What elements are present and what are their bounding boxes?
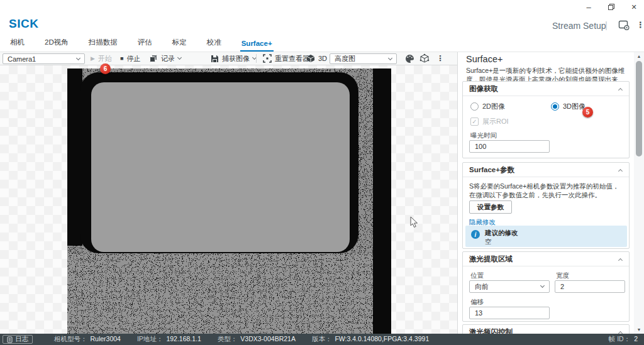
scroll-down-arrow[interactable]: ▼ <box>634 326 644 334</box>
tab-scan-data[interactable]: 扫描数据 <box>87 38 119 52</box>
reset-viewer-icon <box>263 54 272 63</box>
status-camera-model: 相机型号： Ruler3004 <box>54 335 121 344</box>
position-value: 向前 <box>475 282 541 292</box>
display-mode-value: 高度图 <box>335 54 389 63</box>
collapse-icon <box>618 169 623 173</box>
header-more-menu-icon[interactable]: ⋮ <box>636 20 644 30</box>
card-laser-strobe: 激光频闪控制 <box>462 324 630 334</box>
capture-image-button[interactable]: 捕获图像 <box>209 52 258 65</box>
status-version: 版本： FW:3.4.0.14080,FPGA:3.4.3991 <box>312 335 429 344</box>
3d-view-button[interactable]: 3D <box>304 52 329 65</box>
header-divider: | <box>605 19 608 30</box>
status-type-value: V3DX3-004BR21A <box>240 335 296 344</box>
device-settings-icon[interactable] <box>618 20 630 32</box>
collapse-icon <box>618 258 623 263</box>
minimize-button[interactable]: – <box>580 1 597 13</box>
card-surface-params-title: Surface+参数 <box>469 165 514 175</box>
scrollbar-thumb[interactable] <box>636 61 642 156</box>
start-button[interactable]: ▶ 开始 <box>89 52 114 65</box>
info-icon: i <box>471 230 480 239</box>
toolbar-divider <box>256 54 257 63</box>
checkbox-check-icon: ✓ <box>470 118 479 126</box>
status-type-label: 类型： <box>218 335 238 344</box>
stop-button[interactable]: ■ 停止 <box>118 52 142 65</box>
tab-calibration[interactable]: 标定 <box>171 38 188 52</box>
show-roi-label: 展示ROI <box>482 117 509 126</box>
card-laser-region-header[interactable]: 激光提取区域 <box>463 252 629 266</box>
log-button[interactable]: 日志 <box>3 335 33 344</box>
radio-3d-image[interactable]: 3D图像 <box>551 102 586 111</box>
show-roi-checkbox[interactable]: ✓ 展示ROI <box>470 117 509 126</box>
image-viewer <box>0 65 457 334</box>
card-laser-region-title: 激光提取区域 <box>469 255 513 264</box>
stop-icon: ■ <box>120 55 123 62</box>
reset-viewer-button[interactable]: 重置查看器 <box>261 52 311 65</box>
collapse-icon <box>618 88 623 92</box>
step-badge-start: 6 <box>100 63 111 74</box>
card-image-acquisition-title: 图像获取 <box>469 84 498 94</box>
card-image-acquisition: 图像获取 2D图像 3D图像 ✓ 展示ROI 曝光时间 100 <box>462 81 630 158</box>
scan-image[interactable] <box>67 68 391 334</box>
status-ip-address: IP地址： 192.168.1.1 <box>137 335 201 344</box>
card-laser-strobe-header[interactable]: 激光频闪控制 <box>463 325 629 334</box>
status-version-label: 版本： <box>312 335 332 344</box>
suggested-changes-infobox: i 建议的修改 空 <box>465 226 627 247</box>
step-badge-start-number: 6 <box>104 65 108 72</box>
maximize-button[interactable] <box>602 1 620 13</box>
restore-icon <box>608 3 615 11</box>
set-parameters-label: 设置参数 <box>477 203 504 212</box>
surface-params-description: S将必要的Surface+相机参数设置为推荐的初始值，在微调以下参数值之前，先执… <box>469 182 624 199</box>
display-mode-select[interactable]: 高度图 <box>330 53 397 64</box>
chevron-down-icon <box>177 55 182 60</box>
step-badge-3d-image: 5 <box>582 107 593 118</box>
width-input[interactable]: 2 <box>555 280 625 293</box>
tab-camera[interactable]: 相机 <box>9 38 26 52</box>
record-button[interactable]: 记录 <box>147 52 183 65</box>
stream-setup-window: – ✕ SICK Stream Setup | ⋮ 相机 2D视角 扫描数据 评… <box>0 0 644 345</box>
tab-surface-plus[interactable]: Surface+ <box>240 40 274 52</box>
palette-icon <box>405 54 414 63</box>
axis-box-icon <box>419 53 430 63</box>
save-icon <box>211 55 219 63</box>
position-select[interactable]: 向前 <box>469 280 550 293</box>
tab-evaluation[interactable]: 评估 <box>136 38 153 52</box>
log-icon <box>7 336 13 343</box>
record-label: 记录 <box>161 54 175 63</box>
card-laser-region: 激光提取区域 位置 宽度 向前 2 偏移 13 <box>462 251 630 322</box>
colormap-button[interactable] <box>403 52 416 65</box>
radio-2d-image[interactable]: 2D图像 <box>470 102 505 111</box>
camera-select-value: Camera1 <box>8 55 77 63</box>
radio-2d-circle-icon <box>470 102 479 111</box>
exposure-value: 100 <box>475 143 486 150</box>
status-ip-value: 192.168.1.1 <box>166 335 201 344</box>
status-camera-model-label: 相机型号： <box>54 335 87 344</box>
surface-plus-panel: Surface+ Surface+是一项新的专利技术，它能提供额外的图像维度，即… <box>457 52 634 334</box>
panel-scrollbar[interactable]: ▲ ▼ <box>634 52 644 334</box>
card-surface-params-header[interactable]: Surface+参数 <box>463 163 629 177</box>
camera-select[interactable]: Camera1 <box>3 53 85 64</box>
exposure-label: 曝光时间 <box>470 131 497 140</box>
status-items: 相机型号： Ruler3004 IP地址： 192.168.1.1 类型： V3… <box>54 335 429 344</box>
orientation-cube-button[interactable] <box>418 52 431 65</box>
status-camera-model-value: Ruler3004 <box>91 335 121 344</box>
mouse-cursor <box>410 216 418 229</box>
toolbar-more-menu-icon[interactable]: ⋮ <box>436 54 444 63</box>
tab-2d-view[interactable]: 2D视角 <box>43 38 70 52</box>
offset-input[interactable]: 13 <box>469 307 550 319</box>
sick-logo: SICK <box>9 17 38 31</box>
offset-value: 13 <box>475 309 482 317</box>
card-image-acquisition-header[interactable]: 图像获取 <box>463 82 629 96</box>
status-version-value: FW:3.4.0.14080,FPGA:3.4.3991 <box>335 335 429 344</box>
close-button[interactable]: ✕ <box>625 1 643 13</box>
set-parameters-button[interactable]: 设置参数 <box>469 200 512 214</box>
scroll-up-arrow[interactable]: ▲ <box>634 52 644 60</box>
chevron-down-icon <box>76 55 80 60</box>
width-label: 宽度 <box>556 271 569 280</box>
exposure-input[interactable]: 100 <box>469 140 550 153</box>
play-icon: ▶ <box>91 55 95 62</box>
status-type: 类型： V3DX3-004BR21A <box>218 335 296 344</box>
tab-alignment[interactable]: 校准 <box>206 38 223 52</box>
close-icon: ✕ <box>631 3 636 11</box>
cube-3d-icon <box>306 54 315 63</box>
chevron-down-icon <box>388 55 392 60</box>
